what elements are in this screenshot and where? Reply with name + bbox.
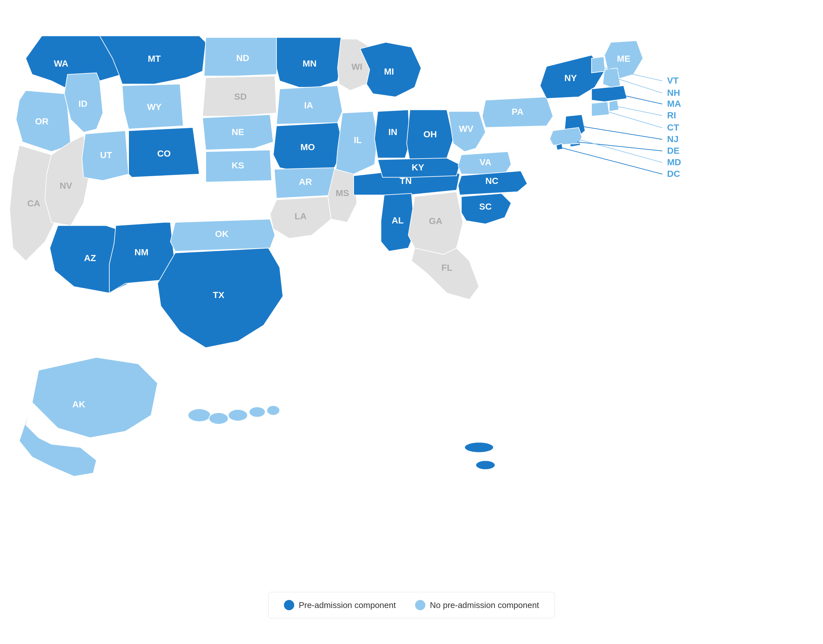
legend-label-dark: Pre-admission component bbox=[299, 600, 396, 610]
legend-item-dark: Pre-admission component bbox=[284, 600, 396, 610]
legend-item-light: No pre-admission component bbox=[415, 600, 539, 610]
legend-label-light: No pre-admission component bbox=[430, 600, 539, 610]
svg-point-5 bbox=[267, 406, 280, 416]
legend-dot-light bbox=[415, 600, 425, 610]
svg-point-7 bbox=[476, 461, 495, 470]
map-legend: Pre-admission component No pre-admission… bbox=[268, 592, 555, 618]
map-container: WA OR CA ID NV MT WY UT AZ CO NM ND bbox=[0, 0, 823, 644]
svg-point-1 bbox=[188, 409, 211, 422]
svg-point-3 bbox=[228, 409, 248, 421]
svg-point-4 bbox=[249, 407, 265, 417]
legend-dot-dark bbox=[284, 600, 294, 610]
svg-point-2 bbox=[209, 413, 228, 425]
svg-point-6 bbox=[464, 442, 493, 453]
